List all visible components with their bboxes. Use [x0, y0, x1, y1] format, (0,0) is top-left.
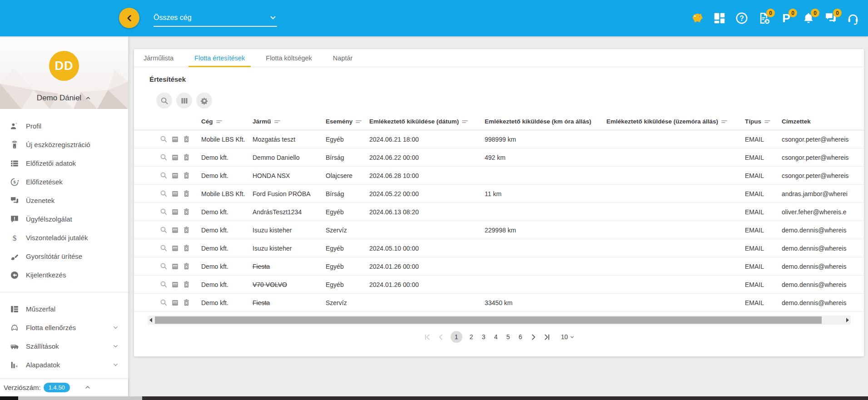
sidebar-item-uzenetek[interactable]: Üzenetek	[0, 191, 128, 210]
chevron-up-icon[interactable]	[84, 384, 91, 391]
table-gear-button[interactable]	[196, 93, 212, 109]
pagination-last-button[interactable]	[543, 333, 551, 341]
row-calendar-button[interactable]	[171, 262, 179, 270]
sidebar-item-gyorsitotar-uritese[interactable]: Gyorsítótár ürítése	[0, 247, 128, 266]
topbar-dashboard-grid-button[interactable]	[712, 10, 727, 26]
row-view-button[interactable]	[160, 244, 168, 252]
row-calendar-button[interactable]	[171, 190, 179, 198]
sidebar-item-kijelentkezes[interactable]: Kijelentkezés	[0, 266, 128, 284]
row-view-button[interactable]	[160, 281, 168, 288]
topbar-piggy-bank-button[interactable]	[689, 10, 705, 26]
row-delete-button[interactable]	[183, 190, 190, 198]
row-calendar-button[interactable]	[171, 281, 179, 288]
row-calendar-button[interactable]	[171, 299, 179, 306]
scroll-left-arrow[interactable]	[148, 316, 154, 325]
sort-icon[interactable]	[764, 119, 770, 124]
pagination-page-3[interactable]: 3	[481, 333, 487, 341]
row-delete-button[interactable]	[183, 262, 190, 270]
cell-company: Demo kft.	[201, 208, 253, 216]
row-calendar-button[interactable]	[171, 135, 179, 143]
row-view-button[interactable]	[160, 190, 168, 198]
topbar-parking-button[interactable]: P0	[779, 10, 794, 26]
company-select[interactable]: Összes cég	[154, 14, 277, 27]
cell-recipients: demo.dennis@whereis	[782, 299, 864, 306]
sort-icon[interactable]	[721, 119, 727, 124]
cell-reminder-date: 2024.05.10 00:00	[369, 245, 485, 252]
row-calendar-button[interactable]	[171, 226, 179, 234]
row-calendar-button[interactable]	[171, 153, 179, 161]
table-columns-button[interactable]	[176, 93, 192, 109]
sidebar-item-elofizetoi-adatok[interactable]: Előfizetői adatok	[0, 154, 128, 173]
table-search-button[interactable]	[156, 93, 172, 109]
pagination-page-1[interactable]: 1	[451, 331, 462, 343]
row-view-button[interactable]	[160, 262, 168, 270]
row-actions	[157, 172, 201, 179]
topbar-help-button[interactable]: ?	[734, 10, 749, 26]
cell-reminder-date: 2024.05.22 00:00	[369, 190, 485, 198]
tab-naptar[interactable]: Naptár	[327, 49, 359, 67]
sort-icon[interactable]	[462, 119, 468, 124]
pagination-page-6[interactable]: 6	[517, 333, 524, 341]
tab-jarmulista[interactable]: Járműlista	[138, 49, 179, 67]
row-delete-button[interactable]	[183, 172, 190, 179]
column-header-jarmu[interactable]: Jármű	[253, 118, 326, 125]
topbar-chat-button[interactable]: 0	[823, 10, 838, 26]
topbar-bell-button[interactable]: 0	[801, 10, 816, 26]
sidebar-item-muszerfal[interactable]: Műszerfal	[0, 300, 128, 318]
pagination-next-button[interactable]	[530, 333, 537, 341]
tab-flotta-ertesitesek[interactable]: Flotta értesítések	[188, 49, 251, 67]
sidebar-item-flotta-ellenorzes[interactable]: Flotta ellenőrzés	[0, 318, 128, 337]
column-header-emlekezteto-kikuldese-uzemora-allas[interactable]: Emlékeztető kiküldése (üzemóra állás)	[606, 118, 745, 125]
row-view-button[interactable]	[160, 153, 168, 161]
sidebar-item-viszonteladoi-jutalek[interactable]: $Viszonteladói jutalék	[0, 228, 128, 247]
row-view-button[interactable]	[160, 135, 168, 143]
tab-flotta-koltsegek[interactable]: Flotta költségek	[260, 49, 318, 67]
pagination-prev-button[interactable]	[437, 333, 445, 341]
column-header-cimzettek[interactable]: Címzettek	[782, 118, 864, 125]
pagination-page-4[interactable]: 4	[493, 333, 499, 341]
page-size-select[interactable]: 10	[561, 333, 575, 341]
column-header-emlekezteto-kikuldese-km-ora-allas[interactable]: Emlékeztető kiküldése (km óra állás)	[485, 118, 606, 125]
row-delete-button[interactable]	[183, 135, 190, 143]
column-header-label: Címzettek	[782, 118, 811, 125]
cell-company: Demo kft.	[201, 263, 253, 270]
topbar-headset-button[interactable]	[845, 10, 861, 26]
sidebar-item-szallitasok[interactable]: Szállítások	[0, 337, 128, 356]
sort-icon[interactable]	[216, 119, 222, 124]
row-calendar-button[interactable]	[171, 208, 179, 216]
row-view-button[interactable]	[160, 172, 168, 179]
row-calendar-button[interactable]	[171, 244, 179, 252]
row-delete-button[interactable]	[183, 208, 190, 216]
sidebar-item-uj-eszkozregisztracio[interactable]: Új eszközregisztráció	[0, 135, 128, 154]
row-delete-button[interactable]	[183, 226, 190, 234]
sort-icon[interactable]	[274, 119, 280, 124]
topbar-document-refresh-button[interactable]: 0	[756, 10, 772, 26]
row-delete-button[interactable]	[183, 281, 190, 288]
scrollbar-thumb[interactable]	[155, 316, 822, 324]
pagination-page-5[interactable]: 5	[505, 333, 511, 341]
sidebar-item-profil[interactable]: Profil	[0, 117, 128, 135]
scroll-right-arrow[interactable]	[844, 316, 851, 325]
row-view-button[interactable]	[160, 226, 168, 234]
row-delete-button[interactable]	[183, 153, 190, 161]
sidebar-collapse-button[interactable]	[119, 8, 139, 28]
cell-event: Egyéb	[326, 263, 369, 270]
cell-event: Bírság	[326, 190, 369, 198]
sidebar-item-elofizetesek[interactable]: $Előfizetések	[0, 173, 128, 191]
table-row: Demo kft.Isuzu kisteherEgyéb2024.05.10 0…	[134, 239, 864, 257]
column-header-ceg[interactable]: Cég	[201, 118, 253, 125]
row-delete-button[interactable]	[183, 244, 190, 252]
row-view-button[interactable]	[160, 208, 168, 216]
sidebar-item-alapadatok[interactable]: Alapadatok	[0, 356, 128, 374]
row-delete-button[interactable]	[183, 299, 190, 306]
pagination-page-2[interactable]: 2	[468, 333, 475, 341]
column-header-tipus[interactable]: Típus	[745, 118, 782, 125]
sidebar-item-ugyfelszolgalat[interactable]: Ügyfélszolgálat	[0, 210, 128, 228]
sort-icon[interactable]	[356, 119, 362, 124]
pagination-first-button[interactable]	[423, 333, 431, 341]
profile-name-toggle[interactable]: Demo Dániel	[0, 94, 128, 103]
column-header-esemeny[interactable]: Esemény	[326, 118, 369, 125]
row-view-button[interactable]	[160, 299, 168, 306]
row-calendar-button[interactable]	[171, 172, 179, 179]
column-header-emlekezteto-kikuldese-datum[interactable]: Emlékeztető kiküldése (dátum)	[369, 118, 485, 125]
